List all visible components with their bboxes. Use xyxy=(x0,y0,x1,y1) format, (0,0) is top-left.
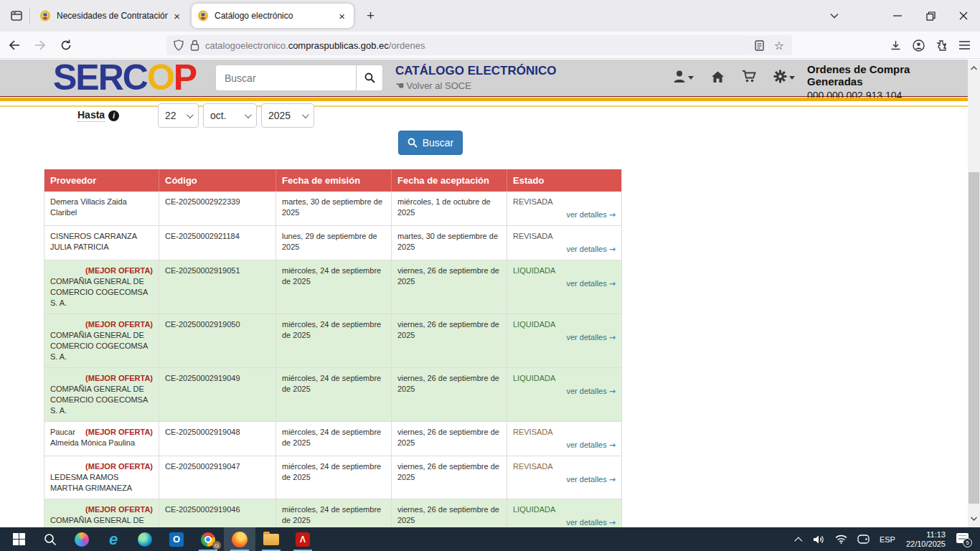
menu-hamburger-icon[interactable] xyxy=(953,34,976,56)
estado-label: LIQUIDADA xyxy=(513,504,616,515)
arrow-right-icon: → xyxy=(609,210,616,220)
proveedor-cell: CISNEROS CARRANZA JULIA PATRICIA xyxy=(44,226,159,260)
tab-label: Catálogo electrónico xyxy=(215,11,333,21)
day-select[interactable]: 22 xyxy=(158,103,199,128)
start-button[interactable] xyxy=(3,527,34,551)
notification-center-icon[interactable]: 5 xyxy=(953,527,974,551)
volume-icon[interactable] xyxy=(809,527,829,551)
proveedor-name: COMPAÑIA GENERAL DE COMERCIO COGECOMSA S… xyxy=(50,516,148,527)
file-explorer-icon[interactable] xyxy=(255,527,287,551)
extensions-puzzle-icon[interactable] xyxy=(930,34,953,56)
gear-menu-icon[interactable] xyxy=(773,70,795,83)
header-search-input[interactable] xyxy=(215,65,356,91)
sercop-logo[interactable]: SERCOP xyxy=(53,57,196,98)
forward-button[interactable] xyxy=(29,34,52,56)
search-icon xyxy=(407,138,418,148)
window-close-button[interactable] xyxy=(947,0,980,32)
page-scrollbar[interactable] xyxy=(968,60,980,527)
reader-mode-icon[interactable] xyxy=(749,37,769,54)
shield-icon[interactable] xyxy=(174,39,184,51)
header-search-button[interactable] xyxy=(356,65,383,91)
orders-table-body: Demera Villacis Zaida Claribel CE-202500… xyxy=(44,192,622,527)
codigo-cell: CE-20250002919048 xyxy=(159,422,276,456)
language-indicator[interactable]: ESP xyxy=(876,527,899,551)
account-icon[interactable] xyxy=(907,34,930,56)
tab-close-icon[interactable]: × xyxy=(171,10,183,22)
chrome-icon[interactable]: G xyxy=(192,527,224,551)
clock[interactable]: 11:13 22/10/2025 xyxy=(902,530,950,549)
proveedor-name: LEDESMA RAMOS MARTHA GRIMANEZA xyxy=(50,473,132,492)
hand-back-icon: ☚ xyxy=(395,80,405,91)
mejor-oferta-badge: (MEJOR OFERTA) xyxy=(85,461,153,472)
arrow-right-icon: → xyxy=(609,518,616,527)
firefox-view-icon[interactable] xyxy=(6,5,27,27)
codigo-cell: CE-20250002919046 xyxy=(159,499,276,527)
ecuador-crest-favicon xyxy=(197,10,209,22)
orders-generated-title: Ordenes de Compra Generadas xyxy=(807,63,961,88)
ver-detalles-link[interactable]: ver detalles → xyxy=(513,332,616,343)
wifi-icon[interactable] xyxy=(831,527,851,551)
page-action-group: ☆ xyxy=(746,35,792,55)
month-select[interactable]: oct. xyxy=(203,103,257,128)
codigo-cell: CE-20250002919051 xyxy=(159,260,276,314)
proveedor-cell: (MEJOR OFERTA)COMPAÑIA GENERAL DE COMERC… xyxy=(44,260,159,314)
table-row: (MEJOR OFERTA)COMPAÑIA GENERAL DE COMERC… xyxy=(44,260,622,314)
ver-detalles-link[interactable]: ver detalles → xyxy=(513,244,616,255)
internet-explorer-icon[interactable]: e xyxy=(98,527,129,551)
table-row: CISNEROS CARRANZA JULIA PATRICIA CE-2025… xyxy=(44,226,622,260)
ver-detalles-link[interactable]: ver detalles → xyxy=(513,386,616,397)
buscar-button[interactable]: Buscar xyxy=(398,131,463,155)
tab-necesidades[interactable]: Necesidades de Contratación y × xyxy=(34,4,189,28)
volver-al-soce-link[interactable]: ☚Volver al SOCE xyxy=(395,80,471,91)
tab-close-icon[interactable]: × xyxy=(336,10,348,22)
outlook-icon[interactable]: O xyxy=(161,527,192,551)
scrollbar-thumb[interactable] xyxy=(969,172,979,504)
meet-now-icon[interactable] xyxy=(854,527,873,551)
cart-icon[interactable] xyxy=(742,70,756,83)
taskbar-search-icon[interactable] xyxy=(34,527,66,551)
proveedor-name: COMPAÑIA GENERAL DE COMERCIO COGECOMSA S… xyxy=(50,385,148,415)
url-prefix: catalogoelectronico. xyxy=(205,40,288,51)
url-bar[interactable]: catalogoelectronico.compraspublicas.gob.… xyxy=(166,35,746,55)
user-menu-icon[interactable] xyxy=(673,70,694,83)
ver-detalles-link[interactable]: ver detalles → xyxy=(513,278,616,289)
proveedor-name: COMPAÑIA GENERAL DE COMERCIO COGECOMSA S… xyxy=(50,331,148,361)
chevron-down-icon xyxy=(187,111,194,118)
fecha-aceptacion-cell: viernes, 26 de septiembre de 2025 xyxy=(392,368,507,421)
estado-cell: LIQUIDADA ver detalles → xyxy=(507,314,622,367)
scroll-up-icon[interactable] xyxy=(968,62,980,74)
ver-detalles-link[interactable]: ver detalles → xyxy=(513,474,616,485)
tray-expand-chevron-icon[interactable] xyxy=(793,527,806,551)
ver-detalles-link[interactable]: ver detalles → xyxy=(513,517,616,527)
window-restore-button[interactable] xyxy=(914,0,947,32)
lock-icon[interactable] xyxy=(190,39,199,51)
scroll-down-icon[interactable] xyxy=(968,513,980,524)
fecha-aceptacion-cell: viernes, 26 de septiembre de 2025 xyxy=(392,260,507,314)
col-estado: Estado xyxy=(507,169,622,192)
tray-time: 11:13 xyxy=(906,530,946,540)
estado-label: REVISADA xyxy=(513,461,616,472)
downloads-icon[interactable] xyxy=(884,34,907,56)
bookmark-star-icon[interactable]: ☆ xyxy=(769,37,789,54)
year-select[interactable]: 2025 xyxy=(261,103,314,128)
tab-catalogo[interactable]: Catálogo electrónico × xyxy=(192,4,354,28)
acrobat-icon[interactable]: Λ xyxy=(287,527,319,551)
firefox-icon[interactable] xyxy=(224,527,255,551)
copilot-icon[interactable] xyxy=(66,527,98,551)
tab-list-chevron-icon[interactable] xyxy=(822,4,847,28)
info-icon[interactable]: i xyxy=(108,110,119,121)
back-button[interactable] xyxy=(3,34,26,56)
arrow-right-icon: → xyxy=(609,279,616,288)
mejor-oferta-badge: (MEJOR OFERTA) xyxy=(85,427,153,438)
hasta-label: Hasta xyxy=(77,109,105,122)
new-tab-button[interactable]: + xyxy=(359,6,382,25)
edge-icon[interactable] xyxy=(129,527,161,551)
proveedor-cell: (MEJOR OFERTA)COMPAÑIA GENERAL DE COMERC… xyxy=(44,368,159,421)
window-minimize-button[interactable] xyxy=(881,0,914,32)
ver-detalles-link[interactable]: ver detalles → xyxy=(513,209,616,220)
estado-label: REVISADA xyxy=(513,427,616,438)
ver-detalles-link[interactable]: ver detalles → xyxy=(513,440,616,451)
reload-button[interactable] xyxy=(55,34,77,56)
home-icon[interactable] xyxy=(711,70,725,83)
tab-separator xyxy=(29,8,30,24)
